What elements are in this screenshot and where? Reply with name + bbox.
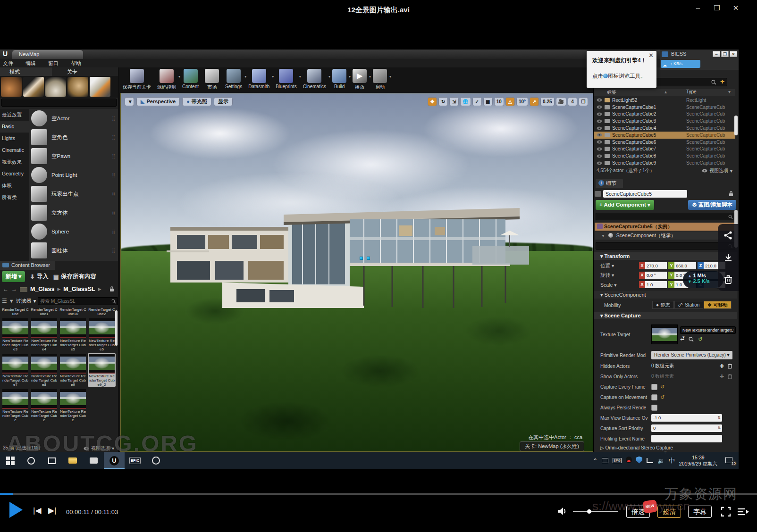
tray-shield-icon[interactable]: [636, 457, 642, 465]
reset-icon[interactable]: ↺: [660, 384, 664, 390]
capture-sort-priority-field[interactable]: 0⇅: [651, 424, 722, 432]
outliner-row[interactable]: RectLight52RectLight: [594, 97, 735, 104]
add-element-icon[interactable]: ✚: [720, 363, 724, 369]
outliner-row[interactable]: SceneCaptureCube9SceneCaptureCub: [594, 159, 735, 166]
mode-category-2[interactable]: Lights: [0, 133, 29, 144]
mode-category-7[interactable]: 所有类: [0, 191, 29, 203]
outliner-row[interactable]: SceneCaptureCube6SceneCaptureCub: [594, 139, 735, 146]
chevron-down-icon[interactable]: ▾: [299, 75, 301, 79]
asset-item-cut[interactable]: RenderTarget Cube2: [88, 308, 116, 316]
texture-target-thumbnail[interactable]: [651, 324, 678, 344]
toolbar-[interactable]: ▶播放▾: [353, 69, 367, 91]
mode-place-icon[interactable]: [1, 77, 22, 97]
popup-close-icon[interactable]: ✕: [648, 52, 654, 59]
angle-snap-value[interactable]: 10°: [516, 97, 528, 106]
add-new-button[interactable]: 新增 ▾: [2, 271, 25, 282]
capture-every-frame-checkbox[interactable]: [651, 384, 657, 390]
mode-category-4[interactable]: 视觉效果: [0, 156, 29, 168]
tray-volume-icon[interactable]: 🔉: [657, 457, 664, 464]
outliner-row[interactable]: SceneCaptureCube2SceneCaptureCub: [594, 111, 735, 118]
previous-button[interactable]: |◀: [33, 506, 42, 515]
texture-target-dropdown[interactable]: NewTextureRenderTargetC ▾: [680, 326, 736, 334]
toolbar-[interactable]: 源码控制▾: [157, 69, 176, 91]
eye-icon[interactable]: [597, 119, 602, 123]
asset-item[interactable]: NewTexture RenderTarget Cube8: [30, 353, 58, 387]
tray-expand-icon[interactable]: ⌃: [593, 457, 597, 464]
asset-item[interactable]: NewTexture RenderTarget Cube6: [88, 318, 116, 351]
outliner-row[interactable]: SceneCaptureCube5SceneCaptureCub: [594, 132, 735, 139]
location-x-field[interactable]: X270.0: [639, 262, 667, 269]
asset-item[interactable]: NewTexture RenderTarget Cube7: [1, 353, 29, 387]
asset-item[interactable]: NewTexture RenderTarget Cube5: [59, 318, 87, 351]
outliner-row[interactable]: SceneCaptureCube3SceneCaptureCub: [594, 117, 735, 125]
volume-control[interactable]: [557, 507, 567, 516]
maximize-button[interactable]: ❐: [713, 4, 721, 12]
chevron-down-icon[interactable]: ▾: [389, 75, 391, 79]
scale-snap-button[interactable]: ↗: [530, 97, 539, 106]
details-tab[interactable]: i 细节: [596, 179, 623, 188]
details-search-input[interactable]: [596, 242, 735, 249]
scene-component-subsection[interactable]: ▾ SceneComponent: [594, 291, 737, 299]
import-button[interactable]: ⬇导入: [30, 273, 48, 281]
component-inherited-row[interactable]: ▼ SceneComponent（继承）: [595, 232, 737, 240]
show-button[interactable]: 显示: [214, 97, 233, 106]
location-label[interactable]: 位置 ▾: [594, 263, 639, 269]
toolbar-[interactable]: 启动▾: [373, 69, 387, 91]
mode-category-0[interactable]: 最近放置: [0, 109, 29, 121]
save-all-button[interactable]: ▤保存所有内容: [53, 273, 96, 281]
outliner-row[interactable]: SceneCaptureCube4SceneCaptureCub: [594, 125, 735, 132]
trash-icon[interactable]: [724, 275, 732, 284]
reset-icon[interactable]: ↺: [698, 336, 702, 342]
camera-speed-value[interactable]: 4: [568, 97, 577, 106]
trash-icon[interactable]: [727, 363, 732, 369]
placeable-item[interactable]: 空Actor⣿: [29, 109, 118, 128]
mode-landscape-icon[interactable]: [45, 77, 66, 97]
download-icon[interactable]: [723, 253, 733, 262]
reset-icon[interactable]: ↺: [660, 394, 664, 400]
placeable-item[interactable]: 立方体⣿: [29, 203, 118, 222]
surface-snap-button[interactable]: ✓: [472, 97, 482, 106]
transform-section-header[interactable]: ▾ Transform: [594, 252, 737, 260]
mode-foliage-icon[interactable]: [67, 77, 88, 97]
close-button[interactable]: ✕: [730, 51, 737, 57]
toolbar-blueprints[interactable]: Blueprints▾: [276, 69, 296, 89]
lock-icon[interactable]: [729, 191, 733, 197]
viewport-maximize-icon[interactable]: ❐: [579, 97, 588, 106]
eye-icon[interactable]: [597, 154, 602, 158]
close-button[interactable]: ✕: [732, 4, 740, 12]
house-model[interactable]: [142, 190, 534, 308]
world-space-button[interactable]: 🌐: [460, 97, 471, 106]
asset-item[interactable]: NewTexture RenderTarget Cube: [1, 389, 29, 422]
modes-search-input[interactable]: [1, 99, 117, 107]
taskbar-clock[interactable]: 15:39 2019/6/29 星期六: [679, 455, 717, 467]
placeable-item[interactable]: Point Light⣿: [29, 166, 118, 184]
breadcrumb-folder[interactable]: M_GlassSL: [63, 286, 95, 292]
outliner-row[interactable]: SceneCaptureCube8SceneCaptureCub: [594, 152, 735, 159]
back-button[interactable]: ←: [3, 286, 8, 292]
playlist-icon[interactable]: [737, 507, 749, 516]
add-element-icon[interactable]: ✚: [720, 374, 724, 380]
outliner-view-options[interactable]: 视图选项▾: [702, 167, 732, 174]
toolbar-build[interactable]: Build▾: [332, 69, 346, 89]
breadcrumb-folder[interactable]: M_Glass: [30, 286, 54, 292]
placeable-item[interactable]: 空角色⣿: [29, 128, 118, 147]
asset-item[interactable]: NewTexture RenderTarget Cube: [30, 389, 58, 422]
viewport-options-button[interactable]: ▾: [125, 97, 134, 106]
asset-item[interactable]: NewTexture RenderTarget Cube3: [1, 318, 29, 351]
mode-category-1[interactable]: Basic: [0, 121, 29, 133]
speaker-icon[interactable]: [557, 507, 567, 516]
toolbar-settings[interactable]: Settings▾: [225, 69, 242, 89]
toolbar-[interactable]: 保存当前关卡: [123, 69, 151, 91]
scale-x-field[interactable]: X1.0: [639, 281, 667, 288]
share-icon[interactable]: [723, 231, 733, 240]
scale-snap-value[interactable]: 0.25: [540, 97, 554, 106]
tray-ime-indicator[interactable]: 中: [669, 457, 675, 465]
tray-epic-icon[interactable]: EPG: [613, 458, 622, 463]
menu-item[interactable]: 帮助: [71, 60, 81, 67]
eye-icon[interactable]: [597, 126, 602, 130]
minimize-button[interactable]: –: [694, 4, 702, 12]
grid-snap-value[interactable]: 10: [494, 97, 504, 106]
mode-category-3[interactable]: Cinematic: [0, 144, 29, 156]
eye-icon[interactable]: [597, 112, 602, 116]
viewport[interactable]: ▾ ◣Perspective ●带光照 显示 ✥ ↻ ⇲ 🌐 ✓ ▦ 10 △ …: [120, 93, 593, 452]
